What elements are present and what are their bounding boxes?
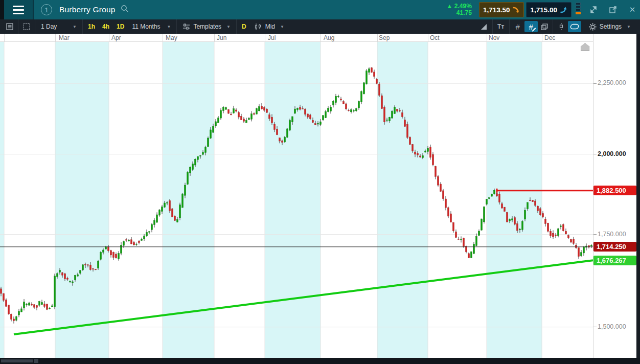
order-list-icon[interactable] — [3, 21, 16, 32]
y-tick-mark — [593, 234, 597, 235]
month-separator — [4, 34, 5, 42]
scrollbar-thumb[interactable] — [1, 359, 33, 362]
price-up-arrow-icon — [560, 6, 567, 14]
x-axis-month-header[interactable]: MarAprMayJunJulAugSepOctNovDec — [0, 34, 593, 42]
month-label: Sep — [379, 34, 390, 41]
month-label: Aug — [324, 34, 334, 41]
month-label: Oct — [430, 34, 440, 41]
chevron-down-icon: ▼ — [226, 25, 231, 29]
chevron-down-icon: ▼ — [627, 25, 631, 29]
titlebar-left-pad — [0, 0, 4, 19]
price-down-arrow-icon — [512, 6, 520, 14]
instrument-title: Burberry Group — [59, 5, 116, 14]
settings-button[interactable]: Settings ▼ — [585, 20, 635, 33]
month-label: Dec — [544, 34, 555, 41]
buy-price-button[interactable]: 1,715.00 — [526, 2, 572, 17]
candlestick-icon — [254, 23, 262, 31]
month-separator — [55, 34, 56, 42]
chart-range-dropdown[interactable]: 11 Months ▼ — [128, 20, 175, 33]
title-bar: 1 Burberry Group ▲ 2.49% 41.75 1,713.50 … — [0, 0, 640, 19]
windows-layers-icon[interactable] — [538, 21, 551, 32]
trendline-price-label: 1,676.267 — [593, 256, 636, 265]
month-separator — [487, 34, 487, 42]
month-label: Apr — [111, 34, 121, 41]
chart-period-dropdown[interactable]: 1 Day ▼ — [37, 20, 81, 33]
change-absolute: 41.75 — [447, 10, 472, 16]
month-separator — [377, 34, 378, 42]
month-separator — [265, 34, 265, 42]
y-tick-label: 1,750.000 — [598, 231, 626, 238]
month-label: Nov — [489, 34, 499, 41]
month-separator — [321, 34, 321, 42]
month-separator — [163, 34, 163, 42]
templates-dropdown[interactable]: Templates ▼ — [178, 20, 235, 33]
expand-icon[interactable] — [586, 3, 601, 17]
timeframe-1h-button[interactable]: 1h — [84, 21, 99, 32]
y-tick-mark — [593, 327, 597, 327]
search-icon[interactable] — [121, 5, 129, 15]
text-tool-icon[interactable]: Tᴛ — [494, 21, 508, 32]
current-price-label: 1,714.250 — [593, 242, 636, 252]
chevron-down-icon: ▼ — [167, 25, 171, 29]
up-triangle-icon: ▲ — [447, 3, 453, 10]
chevron-down-icon: ▼ — [73, 25, 77, 29]
resistance-price-label: 1,882.500 — [593, 186, 636, 195]
month-label: Jul — [268, 34, 276, 41]
timeframe-1d-button[interactable]: 1D — [113, 21, 128, 32]
window-right-edge — [636, 34, 640, 358]
y-tick-mark — [593, 83, 597, 84]
shape-tool-icon[interactable] — [568, 21, 581, 32]
y-tick-label: 2,250.000 — [598, 79, 626, 86]
month-separator — [428, 34, 428, 42]
chevron-down-icon: ▼ — [280, 25, 284, 29]
y-tick-label: 1,500.000 — [598, 323, 626, 330]
daily-period-button[interactable]: D — [238, 21, 250, 32]
popout-icon[interactable] — [605, 3, 621, 17]
month-label: Jun — [217, 34, 226, 41]
hamburger-icon — [13, 6, 24, 7]
chart-toolbar: 1 Day ▼ 1h 4h 1D 11 Months ▼ Templates ▼… — [0, 19, 640, 34]
change-block: ▲ 2.49% 41.75 — [447, 3, 472, 16]
close-icon[interactable]: ✕ — [625, 3, 640, 17]
month-label: Mar — [59, 34, 70, 41]
trading-app-window: 1 Burberry Group ▲ 2.49% 41.75 1,713.50 … — [0, 0, 640, 364]
y-axis-price-scale[interactable]: 2,250.0002,000.0001,750.0001,500.0001,88… — [593, 34, 636, 358]
bottom-scrollbar[interactable] — [0, 358, 640, 364]
y-tick-mark — [593, 154, 597, 154]
price-style-dropdown[interactable]: Mid ▼ — [250, 20, 288, 33]
sell-price-button[interactable]: 1,713.50 — [479, 2, 524, 17]
candle-cursor-icon[interactable] — [555, 21, 568, 32]
window-number-badge: 1 — [41, 4, 52, 15]
change-percent: 2.49% — [454, 3, 472, 10]
layout-grid-icon[interactable] — [20, 21, 33, 32]
y-tick-label: 2,000.000 — [598, 150, 626, 157]
scrollbar-handle[interactable] — [34, 359, 38, 363]
gear-icon — [589, 23, 597, 31]
hamburger-menu-button[interactable] — [4, 0, 34, 19]
timeframe-4h-button[interactable]: 4h — [99, 21, 113, 32]
month-separator — [542, 34, 542, 42]
month-separator — [109, 34, 109, 42]
grid-edit-icon[interactable]: # — [524, 21, 538, 32]
month-separator — [214, 34, 215, 42]
grid-toggle-icon[interactable]: # — [511, 21, 524, 32]
market-depth-icon[interactable] — [576, 3, 582, 17]
month-label: May — [166, 34, 177, 41]
sliders-icon — [182, 23, 190, 30]
candlestick-plot[interactable] — [0, 42, 593, 358]
price-chart[interactable]: MarAprMayJunJulAugSepOctNovDec 2,250.000… — [0, 34, 640, 358]
draw-tool-icon[interactable] — [477, 21, 491, 32]
